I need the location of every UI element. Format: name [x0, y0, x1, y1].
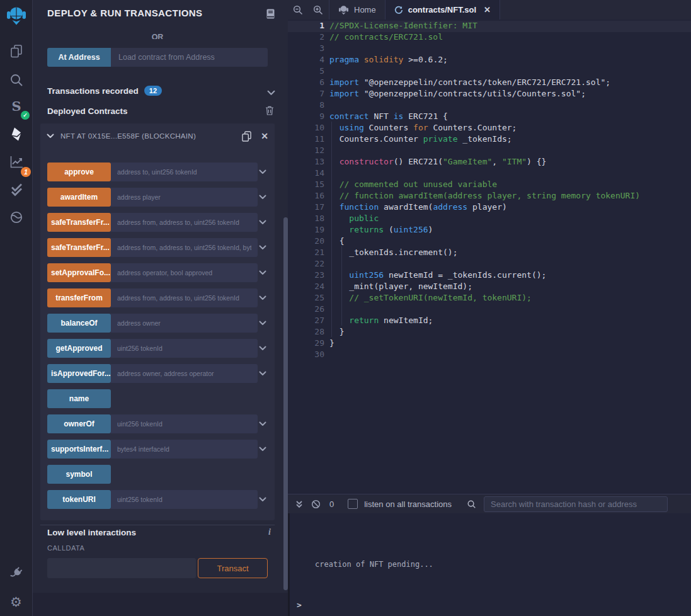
function-args-input-transferFrom[interactable]: [111, 288, 258, 307]
code-text[interactable]: [324, 350, 329, 361]
line-number[interactable]: 1: [288, 21, 324, 32]
function-button-awardItem[interactable]: awardItem: [47, 188, 111, 207]
line-number[interactable]: 13: [288, 157, 324, 168]
function-args-input-safeTransferFr[interactable]: [111, 213, 258, 232]
line-number[interactable]: 2: [288, 32, 324, 43]
collapse-terminal-icon[interactable]: [295, 500, 303, 508]
line-number[interactable]: 30: [288, 350, 324, 361]
chevron-down-icon[interactable]: [258, 440, 268, 459]
deployed-contract-header[interactable]: NFT AT 0X15E...E558F (BLOCKCHAIN) ✕: [40, 125, 275, 147]
code-line[interactable]: 30: [288, 350, 691, 361]
line-number[interactable]: 6: [288, 77, 324, 89]
function-args-input-ownerOf[interactable]: [111, 414, 258, 433]
chevron-down-icon[interactable]: [258, 490, 268, 509]
code-line[interactable]: 1//SPDX-License-Identifier: MIT: [288, 21, 691, 32]
line-number[interactable]: 16: [288, 191, 324, 202]
code-text[interactable]: constructor() ERC721("GameItem", "ITM") …: [324, 157, 546, 168]
file-explorer-icon[interactable]: [0, 40, 32, 62]
code-line[interactable]: 29}: [288, 338, 691, 350]
debugger-icon[interactable]: [0, 207, 32, 228]
code-text[interactable]: }: [324, 327, 344, 338]
chevron-down-icon[interactable]: [258, 238, 268, 257]
code-text[interactable]: contract NFT is ERC721 {: [324, 111, 448, 123]
search-icon[interactable]: [0, 69, 32, 91]
zoom-out-icon[interactable]: [288, 0, 308, 20]
function-button-approve[interactable]: approve: [47, 163, 111, 181]
chevron-down-icon[interactable]: [258, 339, 268, 358]
code-line[interactable]: 27 return newItemId;: [288, 316, 691, 327]
function-button-supportsInterf[interactable]: supportsInterf...: [47, 440, 111, 459]
chevron-down-icon[interactable]: [47, 134, 54, 139]
code-line[interactable]: 6import "@openzeppelin/contracts/token/E…: [288, 77, 691, 89]
code-line[interactable]: 5: [288, 66, 691, 77]
line-number[interactable]: 5: [288, 66, 324, 77]
code-line[interactable]: 9contract NFT is ERC721 {: [288, 111, 691, 123]
code-line[interactable]: 12: [288, 145, 691, 157]
code-line[interactable]: 20 {: [288, 236, 691, 248]
info-icon[interactable]: i: [268, 527, 271, 537]
line-number[interactable]: 11: [288, 134, 324, 145]
code-text[interactable]: [324, 145, 329, 157]
function-button-balanceOf[interactable]: balanceOf: [47, 314, 111, 333]
chevron-down-icon[interactable]: [258, 364, 268, 383]
code-text[interactable]: returns (uint256): [324, 225, 433, 236]
code-text[interactable]: using Counters for Counters.Counter;: [324, 123, 517, 134]
function-button-safeTransferFr[interactable]: safeTransferFr...: [47, 238, 111, 257]
line-number[interactable]: 10: [288, 123, 324, 134]
code-line[interactable]: 18 public: [288, 214, 691, 225]
code-line[interactable]: 11 Counters.Counter private _tokenIds;: [288, 134, 691, 145]
code-editor[interactable]: 1//SPDX-License-Identifier: MIT2// contr…: [288, 20, 691, 494]
panel-scrollbar-thumb[interactable]: [283, 217, 288, 590]
code-text[interactable]: public: [324, 214, 379, 225]
line-number[interactable]: 27: [288, 316, 324, 327]
function-args-input-approve[interactable]: [111, 163, 258, 181]
code-text[interactable]: // function awardItem(address player, st…: [324, 191, 640, 202]
code-line[interactable]: 23 uint256 newItemId = _tokenIds.current…: [288, 270, 691, 282]
chevron-down-icon[interactable]: [267, 87, 275, 98]
code-text[interactable]: _tokenIds.increment();: [324, 248, 458, 259]
at-address-input[interactable]: [111, 48, 268, 67]
unit-testing-icon[interactable]: [0, 179, 32, 200]
line-number[interactable]: 4: [288, 55, 324, 66]
code-text[interactable]: pragma solidity >=0.6.2;: [324, 55, 448, 66]
trash-icon[interactable]: [265, 105, 274, 118]
code-line[interactable]: 2// contracts/ERC721.sol: [288, 32, 691, 43]
chevron-down-icon[interactable]: [258, 263, 268, 282]
code-line[interactable]: 3: [288, 43, 691, 55]
code-line[interactable]: 13 constructor() ERC721("GameItem", "ITM…: [288, 157, 691, 168]
function-button-symbol[interactable]: symbol: [47, 465, 111, 484]
chevron-down-icon[interactable]: [258, 314, 268, 333]
line-number[interactable]: 7: [288, 89, 324, 100]
terminal-output[interactable]: creation of NFT pending... >: [288, 513, 691, 616]
clear-console-icon[interactable]: [311, 499, 321, 509]
code-text[interactable]: function awardItem(address player): [324, 202, 507, 214]
function-button-safeTransferFr[interactable]: safeTransferFr...: [47, 213, 111, 232]
chevron-down-icon[interactable]: [258, 288, 268, 307]
code-text[interactable]: [324, 100, 329, 111]
code-line[interactable]: 15 // commented out unused variable: [288, 180, 691, 191]
line-number[interactable]: 22: [288, 259, 324, 270]
documentation-icon[interactable]: [266, 9, 275, 21]
function-button-setApprovalFo[interactable]: setApprovalFo...: [47, 263, 111, 282]
function-button-transferFrom[interactable]: transferFrom: [47, 288, 111, 307]
function-args-input-setApprovalFo[interactable]: [111, 263, 258, 282]
code-line[interactable]: 19 returns (uint256): [288, 225, 691, 236]
at-address-button[interactable]: At Address: [47, 48, 111, 67]
code-line[interactable]: 25 // _setTokenURI(newItemId, tokenURI);: [288, 293, 691, 304]
chevron-down-icon[interactable]: [258, 188, 268, 207]
terminal-prompt[interactable]: >: [297, 600, 302, 610]
code-text[interactable]: _mint(player, newItemId);: [324, 282, 472, 293]
line-number[interactable]: 23: [288, 270, 324, 282]
chevron-down-icon[interactable]: [258, 163, 268, 181]
code-line[interactable]: 4pragma solidity >=0.6.2;: [288, 55, 691, 66]
close-icon[interactable]: ✕: [261, 132, 268, 140]
function-button-isApprovedFor[interactable]: isApprovedFor...: [47, 364, 111, 383]
function-button-ownerOf[interactable]: ownerOf: [47, 414, 111, 433]
zoom-in-icon[interactable]: [308, 0, 328, 20]
function-args-input-balanceOf[interactable]: [111, 314, 258, 333]
function-args-input-getApproved[interactable]: [111, 339, 258, 358]
static-analysis-icon[interactable]: 1: [0, 151, 32, 173]
settings-gear-icon[interactable]: ⚙: [0, 591, 32, 612]
transact-button[interactable]: Transact: [198, 558, 268, 578]
line-number[interactable]: 8: [288, 100, 324, 111]
